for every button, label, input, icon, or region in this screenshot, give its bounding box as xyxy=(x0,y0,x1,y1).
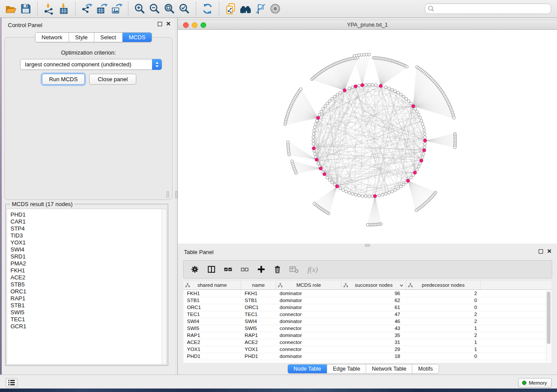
network-node[interactable] xyxy=(424,136,426,138)
network-node[interactable] xyxy=(315,119,318,122)
mcds-result-item[interactable]: RAP1 xyxy=(7,295,166,302)
tab-style[interactable]: Style xyxy=(69,33,94,42)
network-hub-node[interactable] xyxy=(336,185,339,188)
column-header-name[interactable]: name xyxy=(241,281,276,289)
table-scrollbar-track[interactable] xyxy=(546,291,551,362)
network-node[interactable] xyxy=(421,156,424,158)
network-hub-node[interactable] xyxy=(423,139,427,142)
network-node[interactable] xyxy=(387,191,390,194)
tab-network-table[interactable]: Network Table xyxy=(366,364,412,373)
network-node[interactable] xyxy=(417,165,420,168)
network-node[interactable] xyxy=(314,152,316,155)
network-node[interactable] xyxy=(391,88,393,91)
table-row[interactable]: RAP1RAP1dominator352 xyxy=(183,332,551,339)
network-node[interactable] xyxy=(326,102,329,105)
network-node[interactable] xyxy=(422,126,425,128)
toggle-graphics-details-button[interactable] xyxy=(253,1,268,16)
network-node[interactable] xyxy=(313,129,315,132)
select-all-button[interactable] xyxy=(224,265,232,274)
network-node[interactable] xyxy=(423,146,426,148)
task-history-button[interactable] xyxy=(6,378,17,387)
panel-splitter-horizontal[interactable] xyxy=(178,244,557,247)
network-node[interactable] xyxy=(331,181,333,184)
network-node[interactable] xyxy=(391,190,393,193)
mcds-result-item[interactable]: SWI4 xyxy=(7,246,166,253)
clear-selection-button[interactable] xyxy=(240,265,249,274)
network-node[interactable] xyxy=(315,123,317,125)
network-leaf-node[interactable] xyxy=(453,117,455,119)
network-node[interactable] xyxy=(422,152,425,155)
float-panel-icon[interactable] xyxy=(539,249,543,254)
network-hub-node[interactable] xyxy=(316,116,320,120)
network-node[interactable] xyxy=(424,143,426,145)
network-node[interactable] xyxy=(368,83,370,86)
network-node[interactable] xyxy=(410,176,412,179)
mcds-result-item[interactable]: GCR1 xyxy=(7,323,166,330)
table-settings-button[interactable] xyxy=(190,265,199,274)
network-node[interactable] xyxy=(339,91,342,94)
tab-select[interactable]: Select xyxy=(94,33,122,42)
mcds-result-item[interactable]: SWI5 xyxy=(7,309,166,316)
network-hub-node[interactable] xyxy=(319,167,322,170)
network-node[interactable] xyxy=(320,110,322,113)
import-table-button[interactable] xyxy=(56,1,71,16)
zoom-fit-button[interactable] xyxy=(162,1,177,16)
table-row[interactable]: SWI5SWI5connector431 xyxy=(183,325,551,332)
network-hub-node[interactable] xyxy=(312,147,315,150)
clone-network-button[interactable] xyxy=(223,1,238,16)
tab-motifs[interactable]: Motifs xyxy=(412,364,438,373)
network-leaf-node[interactable] xyxy=(299,88,302,90)
export-network-button[interactable] xyxy=(80,1,94,16)
table-row[interactable]: ACE2ACE2connector311 xyxy=(183,339,551,346)
mcds-result-item[interactable]: TID3 xyxy=(7,232,166,239)
mcds-result-item[interactable]: STP4 xyxy=(7,225,166,232)
network-hub-node[interactable] xyxy=(374,194,377,198)
table-row[interactable]: TEC1TEC1connector472 xyxy=(183,311,551,318)
open-session-button[interactable] xyxy=(3,1,18,16)
table-row[interactable]: YOX1YOX1connector291 xyxy=(183,346,551,353)
save-session-button[interactable] xyxy=(18,1,33,16)
tab-mcds[interactable]: MCDS xyxy=(122,33,152,42)
network-hub-node[interactable] xyxy=(420,159,423,162)
close-panel-icon[interactable]: ✕ xyxy=(166,22,171,26)
network-hub-node[interactable] xyxy=(406,179,410,182)
result-scrollbar-track[interactable] xyxy=(162,209,166,364)
mcds-result-item[interactable]: ORC1 xyxy=(7,288,166,295)
column-header-MCDS-role[interactable]: MCDS role xyxy=(276,281,342,289)
network-node[interactable] xyxy=(384,193,387,195)
network-node[interactable] xyxy=(407,100,410,102)
network-node[interactable] xyxy=(328,179,331,181)
network-hub-node[interactable] xyxy=(422,148,426,152)
network-hub-node[interactable] xyxy=(361,83,364,87)
network-node[interactable] xyxy=(314,126,316,128)
network-graph[interactable] xyxy=(178,30,557,244)
tab-network[interactable]: Network xyxy=(35,33,69,42)
mcds-result-item[interactable]: PMA2 xyxy=(7,260,166,267)
network-node[interactable] xyxy=(351,193,354,195)
find-neighbors-button[interactable] xyxy=(238,1,253,16)
network-node[interactable] xyxy=(358,84,360,87)
network-node[interactable] xyxy=(415,168,418,171)
network-node[interactable] xyxy=(348,87,350,89)
zoom-selected-button[interactable] xyxy=(177,1,192,16)
tab-node-table[interactable]: Node Table xyxy=(288,364,327,373)
network-node[interactable] xyxy=(318,113,321,116)
network-node[interactable] xyxy=(364,83,367,86)
network-leaf-node[interactable] xyxy=(287,141,289,143)
network-node[interactable] xyxy=(394,189,396,191)
run-mcds-button[interactable]: Run MCDS xyxy=(42,74,85,85)
network-node[interactable] xyxy=(381,193,384,196)
network-node[interactable] xyxy=(414,107,416,110)
network-leaf-node[interactable] xyxy=(366,224,369,226)
network-hub-node[interactable] xyxy=(315,158,318,162)
refresh-view-button[interactable] xyxy=(200,1,215,16)
network-node[interactable] xyxy=(324,105,326,107)
network-node[interactable] xyxy=(402,183,405,186)
table-row[interactable]: SWI4SWI4dominator462 xyxy=(183,318,551,325)
network-leaf-node[interactable] xyxy=(415,209,418,212)
network-hub-node[interactable] xyxy=(379,84,383,88)
zoom-out-button[interactable] xyxy=(147,1,162,16)
table-row[interactable]: FKH1FKH1dominator962 xyxy=(183,290,551,297)
network-node[interactable] xyxy=(419,162,422,165)
network-node[interactable] xyxy=(400,93,402,96)
